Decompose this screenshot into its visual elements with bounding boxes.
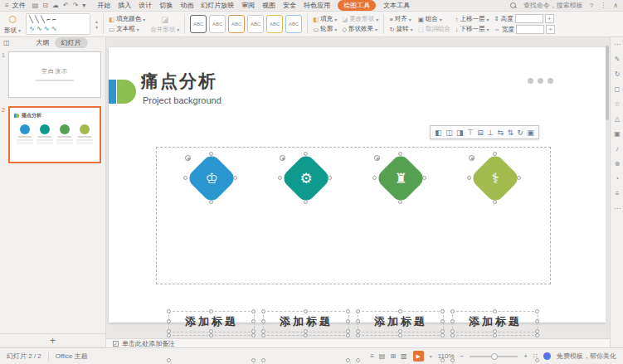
selection-handle[interactable] [261,358,265,362]
pain-point-item-3[interactable]: ♜ 添加标题 单击此处添加文本具体内容，简明扼要的阐述您的观点。 [358,153,444,332]
shape-handle[interactable] [209,200,213,204]
search-icon[interactable] [510,2,517,9]
align-top-icon[interactable]: ⊤ [467,129,474,137]
tab-animation[interactable]: 动画 [180,1,193,10]
align-middle-icon[interactable]: ⊟ [477,129,484,137]
selection-handle[interactable] [535,333,539,337]
layout-panel-icon[interactable]: ▣ [614,130,621,138]
selection-handle[interactable] [167,333,171,337]
selection-handle[interactable] [167,358,171,362]
align-right-icon[interactable]: ◨ [456,129,464,137]
gallery-row-lines[interactable]: ╲ ╲ ╲ ⌐ ⌐ [29,15,87,24]
shape-handle[interactable] [398,152,402,156]
textbox-button[interactable]: ▭文本框▾ [109,25,145,33]
selection-handle[interactable] [251,309,256,313]
selection-handle[interactable] [440,358,445,362]
media-panel-icon[interactable]: ♪ [616,145,619,153]
align-center-icon[interactable]: ◫ [445,129,453,137]
shape-handle[interactable] [209,152,213,156]
selection-handle[interactable] [261,319,265,323]
selection-handle[interactable] [209,333,213,337]
height-stepper[interactable]: + [545,14,554,23]
selection-handle[interactable] [346,358,350,362]
scrollbar-thumb[interactable] [606,46,609,120]
rotate-handle[interactable] [185,155,191,161]
new-slide-button[interactable]: + [0,333,105,347]
collapse-ribbon-icon[interactable]: ∧ [613,2,618,9]
selection-handle[interactable] [440,309,445,313]
selection-handle[interactable] [304,333,308,337]
text-style-2[interactable]: ABC [209,15,226,33]
tab-design[interactable]: 设计 [139,1,152,10]
align-left-icon[interactable]: ◧ [435,129,442,137]
play-caret-icon[interactable]: ▾ [430,353,432,359]
selection-handle[interactable] [535,319,539,323]
selection-handle[interactable] [398,333,402,337]
shape-handle[interactable] [183,176,187,180]
height-input[interactable] [515,14,543,23]
shape-handle[interactable] [493,200,497,204]
send-backward-button[interactable]: ↓下移一层▾ [455,25,489,33]
pain-point-item-4[interactable]: ⚕ 添加标题 单击此处添加文本具体内容，简明扼要的阐述您的观点。 [452,153,538,332]
redo-caret-icon[interactable]: ▾ [82,2,85,9]
rotate-icon[interactable]: ↻ [517,129,523,137]
selection-handle[interactable] [535,309,539,313]
width-input[interactable] [516,25,544,34]
selection-handle[interactable] [251,319,256,323]
file-menu[interactable]: 文件 [12,1,26,10]
selection-handle[interactable] [398,309,402,313]
shape-handle[interactable] [304,200,308,204]
play-slideshow-button[interactable]: ▶ [413,351,424,362]
zoom-slider[interactable] [470,356,518,357]
text-style-6[interactable]: ABC [285,15,302,33]
shape-handle[interactable] [304,152,308,156]
main-menu-icon[interactable]: ≡ [5,2,9,9]
beautify-icon[interactable] [543,352,551,360]
notes-placeholder[interactable]: 单击此处添加备注 [122,339,175,348]
slide-thumbnail-2[interactable]: 痛点分析 ··· [8,106,101,163]
tab-outline[interactable]: 大纲 [37,38,50,47]
selection-handle[interactable] [440,333,445,337]
selection-handle[interactable] [356,358,360,362]
rotate-handle[interactable] [374,155,380,161]
shape-handle[interactable] [422,176,426,180]
tab-review[interactable]: 审阅 [241,1,255,10]
slide-sorter-icon[interactable]: ⊞ [390,352,396,360]
pain-point-item-2[interactable]: ⚙ 添加标题 单击此处添加文本具体内容，简明扼要的阐述您的观点。 [263,153,349,332]
group-button[interactable]: ▣组合▾ [418,15,450,23]
notes-checkbox[interactable]: ✓ [113,341,119,347]
tab-insert[interactable]: 插入 [118,1,131,10]
selection-handle[interactable] [450,358,455,362]
outline-button[interactable]: ▭轮廓▾ [313,25,337,33]
gallery-up-icon[interactable]: ▴ [95,18,98,24]
shape-handle[interactable] [233,176,237,180]
pain-point-item-1[interactable]: ♔ 添加标题 单击此处添加文本具体内容，简明扼要的阐述您的观点。 [168,153,255,332]
text-style-5[interactable]: ABC [266,15,283,33]
shape-handle[interactable] [328,176,332,180]
tab-text-tools[interactable]: 文本工具 [383,1,410,10]
shape-button[interactable]: 形状▾ [4,27,21,35]
zoom-out-button[interactable]: − [460,352,465,360]
selection-handle[interactable] [440,319,445,323]
title-placeholder-1[interactable]: 添加标题 [168,311,255,332]
title-placeholder-2[interactable]: 添加标题 [263,311,349,332]
overflow-icon[interactable]: ⋯ [614,205,621,212]
align-button[interactable]: ≡对齐▾ [389,15,412,23]
undo-icon[interactable]: ↶ [63,2,69,9]
gallery-row-curves[interactable]: ∿ ∿ ∿ ∿ [29,24,87,33]
favorites-icon[interactable]: ☆ [614,100,620,108]
tab-home[interactable]: 开始 [97,1,110,10]
slide-subtitle[interactable]: Project background [143,95,221,105]
group-icon[interactable]: ▣ [527,129,534,137]
selection-handle[interactable] [450,333,455,337]
selection-handle[interactable] [167,319,171,323]
history-icon[interactable]: ↻ [615,70,621,78]
shape-handle[interactable] [372,176,377,180]
shape-style-gallery[interactable]: ╲ ╲ ╲ ⌐ ⌐ ∿ ∿ ∿ ∿ [26,13,90,35]
shapes-panel-icon[interactable]: △ [615,115,620,123]
edit-icon[interactable]: ✎ [615,56,621,63]
tab-slideshow[interactable]: 幻灯片放映 [201,1,234,10]
gallery-down-icon[interactable]: ▾ [95,24,98,30]
properties-icon[interactable]: ◻ [615,85,621,93]
zoom-slider-knob[interactable] [491,353,498,360]
